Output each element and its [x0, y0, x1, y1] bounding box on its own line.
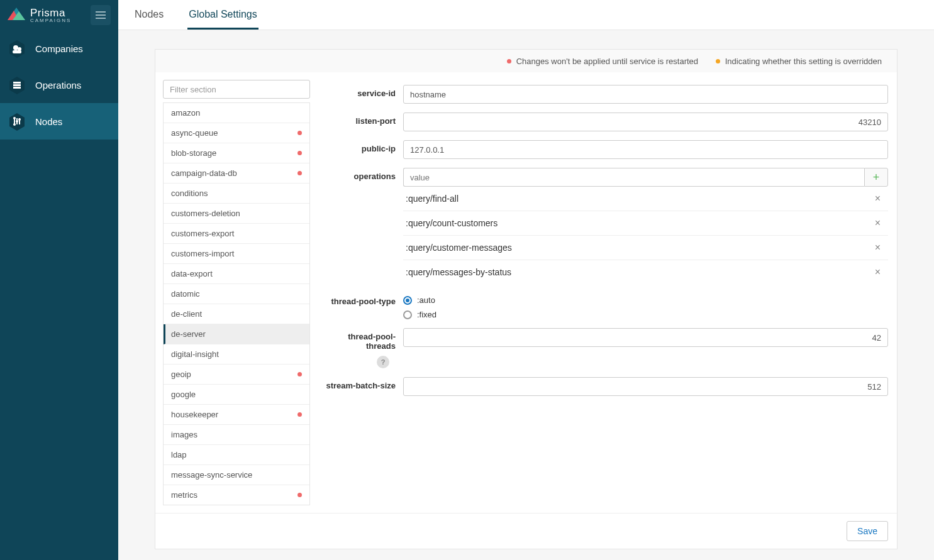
section-item-digital-insight[interactable]: digital-insight: [164, 344, 309, 365]
operations-value-input[interactable]: [403, 168, 864, 187]
settings-card: Changes won't be applied until service i…: [155, 49, 898, 549]
operations-list: :query/find-all×:query/count-customers×:…: [403, 187, 888, 284]
tab-nodes[interactable]: Nodes: [133, 9, 165, 30]
brand-subtitle: CAMPAIGNS: [30, 18, 71, 23]
section-item-label: datomic: [171, 289, 200, 299]
section-item-label: de-server: [171, 329, 206, 339]
companies-icon: [8, 39, 26, 58]
remove-operation-button[interactable]: ×: [870, 242, 886, 253]
section-item-label: de-client: [171, 309, 202, 319]
stream-batch-size-input[interactable]: [403, 377, 888, 396]
section-item-customers-export[interactable]: customers-export: [164, 224, 309, 244]
section-item-conditions[interactable]: conditions: [164, 184, 309, 204]
section-item-label: message-sync-service: [171, 470, 252, 480]
sidebar-item-label: Companies: [35, 43, 83, 54]
sidebar-nav: Companies Operations Nodes: [0, 30, 118, 140]
filter-section-input[interactable]: [163, 80, 310, 99]
thread-pool-type-radio-group: :auto:fixed: [403, 293, 888, 319]
section-item-campaign-data-db[interactable]: campaign-data-db: [164, 163, 309, 184]
notice-overridden: Indicating whether this setting is overr…: [716, 57, 882, 66]
label-stream-batch-size: stream-batch-size: [323, 377, 403, 390]
radio-icon: [403, 296, 412, 305]
section-item-label: digital-insight: [171, 349, 219, 359]
brand-logo: Prisma CAMPAIGNS: [8, 8, 71, 23]
listen-port-input[interactable]: [403, 113, 888, 131]
restart-indicator-icon: [297, 493, 302, 497]
notices-bar: Changes won't be applied until service i…: [155, 50, 897, 72]
svg-rect-11: [13, 82, 21, 84]
section-item-label: data-export: [171, 269, 213, 278]
svg-point-17: [13, 123, 16, 126]
operation-item-label: :query/messages-by-status: [406, 267, 511, 277]
section-item-label: customers-export: [171, 229, 234, 238]
section-item-ldap[interactable]: ldap: [164, 445, 309, 465]
restart-indicator-icon: [297, 372, 302, 376]
save-button[interactable]: Save: [847, 521, 888, 541]
section-item-label: housekeeper: [171, 410, 218, 419]
section-item-label: ldap: [171, 450, 187, 459]
section-item-images[interactable]: images: [164, 425, 309, 445]
notice-overridden-text: Indicating whether this setting is overr…: [725, 57, 882, 66]
workspace: Changes won't be applied until service i…: [118, 30, 934, 560]
svg-point-7: [13, 45, 18, 50]
public-ip-input[interactable]: [403, 140, 888, 159]
main: Nodes Global Settings Changes won't be a…: [118, 0, 934, 560]
add-operation-button[interactable]: +: [864, 168, 888, 187]
section-item-message-sync-service[interactable]: message-sync-service: [164, 465, 309, 485]
sidebar-item-nodes[interactable]: Nodes: [0, 103, 118, 140]
restart-indicator-icon: [297, 412, 302, 417]
notice-restart: Changes won't be applied until service i…: [507, 57, 698, 66]
section-item-metrics[interactable]: metrics: [164, 485, 309, 505]
section-item-label: metrics: [171, 490, 197, 500]
section-item-geoip[interactable]: geoip: [164, 365, 309, 385]
svg-rect-9: [13, 50, 21, 53]
settings-form: service-id listen-port p: [318, 72, 897, 513]
sidebar: Prisma CAMPAIGNS Companies: [0, 0, 118, 560]
section-item-label: campaign-data-db: [171, 168, 237, 178]
section-item-label: async-queue: [171, 128, 218, 138]
svg-rect-12: [13, 84, 21, 86]
radio-label: :auto: [417, 295, 435, 305]
section-item-data-export[interactable]: data-export: [164, 264, 309, 284]
section-item-customers-import[interactable]: customers-import: [164, 244, 309, 264]
remove-operation-button[interactable]: ×: [870, 266, 886, 278]
label-listen-port: listen-port: [323, 113, 403, 126]
section-item-async-queue[interactable]: async-queue: [164, 123, 309, 143]
label-thread-pool-threads: thread-pool-threads: [348, 332, 396, 351]
section-item-label: amazon: [171, 108, 200, 118]
nodes-icon: [8, 112, 26, 131]
restart-indicator-icon: [297, 151, 302, 155]
radio-option-auto[interactable]: :auto: [403, 295, 888, 305]
svg-rect-13: [13, 87, 21, 89]
section-item-blob-storage[interactable]: blob-storage: [164, 143, 309, 163]
section-item-label: geoip: [171, 370, 191, 379]
sidebar-item-companies[interactable]: Companies: [0, 30, 118, 67]
section-item-customers-deletion[interactable]: customers-deletion: [164, 204, 309, 224]
section-item-de-server[interactable]: de-server: [164, 324, 309, 344]
help-icon[interactable]: ?: [377, 356, 389, 368]
restart-indicator-icon: [297, 131, 302, 135]
section-item-housekeeper[interactable]: housekeeper: [164, 405, 309, 425]
hamburger-icon: [96, 11, 106, 19]
operation-item-label: :query/count-customers: [406, 218, 498, 228]
label-public-ip: public-ip: [323, 140, 403, 153]
label-service-id: service-id: [323, 85, 403, 98]
remove-operation-button[interactable]: ×: [870, 217, 886, 229]
service-id-input[interactable]: [403, 85, 888, 104]
svg-point-21: [18, 118, 21, 121]
restart-indicator-icon: [297, 171, 302, 175]
section-item-google[interactable]: google: [164, 385, 309, 405]
svg-rect-3: [96, 11, 106, 13]
radio-option-fixed[interactable]: :fixed: [403, 310, 888, 319]
thread-pool-threads-input[interactable]: [403, 328, 888, 347]
section-item-datomic[interactable]: datomic: [164, 284, 309, 304]
section-item-label: images: [171, 430, 197, 439]
section-item-amazon[interactable]: amazon: [164, 103, 309, 123]
brand-name: Prisma: [30, 8, 71, 18]
section-item-label: google: [171, 390, 196, 399]
sidebar-item-operations[interactable]: Operations: [0, 67, 118, 103]
section-item-de-client[interactable]: de-client: [164, 304, 309, 324]
remove-operation-button[interactable]: ×: [870, 193, 886, 204]
tab-global-settings[interactable]: Global Settings: [187, 9, 259, 30]
menu-toggle-button[interactable]: [91, 5, 111, 25]
